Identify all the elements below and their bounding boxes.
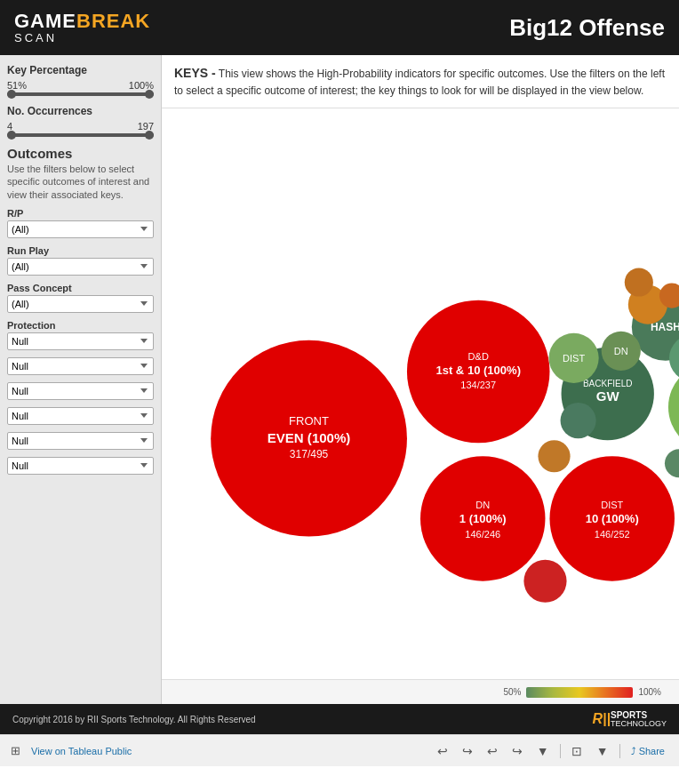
redo-btn[interactable]: ↪: [459, 742, 476, 760]
bubble-green1: [668, 363, 679, 452]
keys-label: KEYS -: [174, 66, 216, 80]
bubble-dn1-label3: 146/246: [465, 529, 500, 540]
main-content: KEYS - This view shows the High-Probabil…: [162, 55, 679, 704]
bubble-orange2: [625, 268, 653, 297]
bubble-dist10-label3: 146/252: [595, 529, 630, 540]
divider1: [560, 744, 561, 758]
key-pct-label: Key Percentage: [7, 64, 154, 76]
share-btn[interactable]: ⤴ Share: [627, 744, 668, 758]
chart-area: FRONT EVEN (100%) 317/495 D&D 1st & 10 (…: [162, 108, 679, 679]
occ-slider[interactable]: [7, 133, 154, 137]
logo-break: BREAK: [76, 10, 150, 32]
null-select-5[interactable]: Null: [7, 457, 154, 475]
null-select-2[interactable]: Null: [7, 382, 154, 400]
bubble-teal3: [665, 449, 679, 477]
null-select-3[interactable]: Null: [7, 407, 154, 425]
rp-label: R/P: [7, 208, 154, 219]
legend-low-label: 50%: [503, 687, 521, 697]
tableau-grid-icon: ⊞: [11, 744, 20, 757]
page-title: Big12 Offense: [509, 14, 665, 42]
undo-btn[interactable]: ↩: [434, 742, 451, 760]
rp-select[interactable]: (All): [7, 220, 154, 238]
footer: Copyright 2016 by RII Sports Technology.…: [0, 704, 679, 734]
footer-sports: SPORTS: [611, 710, 667, 720]
legend-bar: 50% 100%: [162, 679, 679, 704]
legend-gradient: [526, 687, 633, 698]
null-select-4[interactable]: Null: [7, 432, 154, 450]
layout-btn[interactable]: ⊡: [568, 742, 586, 760]
redo2-btn[interactable]: ↪: [508, 742, 526, 760]
bubble-dn-sm-label: DN: [614, 346, 628, 356]
bubble-dd-label3: 134/237: [460, 380, 496, 390]
tableau-bar: ⊞ View on Tableau Public ↩ ↪ ↩ ↪ ▼ ⊡ ▼ ⤴…: [0, 734, 679, 766]
protection-label: Protection: [7, 320, 154, 331]
bubble-orange3: [538, 440, 570, 472]
dropdown-btn[interactable]: ▼: [533, 742, 553, 760]
bubble-front-even-label1: FRONT: [289, 414, 329, 428]
divider2: [619, 744, 620, 758]
bubble-dist10-label2: 10 (100%): [586, 513, 639, 526]
bubble-dn1-label2: 1 (100%): [459, 513, 507, 526]
protection-select[interactable]: Null: [7, 332, 154, 350]
bubble-teal2: [561, 403, 596, 438]
keys-text: This view shows the High-Probability ind…: [174, 68, 665, 97]
copyright: Copyright 2016 by RII Sports Technology.…: [12, 715, 256, 724]
bubble-dist-sm-label: DIST: [563, 353, 585, 364]
logo-game: GAME: [14, 10, 76, 32]
occurrences-label: No. Occurrences: [7, 105, 154, 117]
bubble-dd-label1: D&D: [468, 351, 489, 362]
footer-logo: R|| SPORTS TECHNOLOGY: [592, 710, 667, 729]
bubble-chart: FRONT EVEN (100%) 317/495 D&D 1st & 10 (…: [162, 108, 679, 679]
occ-range: 4 197: [7, 121, 154, 132]
app-header: GAMEBREAK SCAN Big12 Offense: [0, 0, 679, 55]
footer-technology: TECHNOLOGY: [611, 720, 667, 729]
sidebar: Key Percentage 51% 100% No. Occurrences …: [0, 55, 162, 704]
logo-scan: SCAN: [14, 31, 150, 44]
main-layout: Key Percentage 51% 100% No. Occurrences …: [0, 55, 679, 704]
pass-concept-select[interactable]: (All): [7, 295, 154, 313]
undo2-btn[interactable]: ↩: [483, 742, 501, 760]
outcomes-title: Outcomes: [7, 146, 154, 161]
layout-dropdown-btn[interactable]: ▼: [593, 742, 612, 760]
bubble-backfield-label1: BACKFIELD: [583, 379, 633, 388]
pass-concept-label: Pass Concept: [7, 283, 154, 293]
legend-high-label: 100%: [638, 687, 661, 697]
bubble-red2: [523, 560, 566, 603]
key-pct-range: 51% 100%: [7, 80, 154, 91]
bubble-dd-label2: 1st & 10 (100%): [435, 364, 521, 377]
bubble-dist10-label1: DIST: [601, 500, 623, 510]
bubble-front-even-label3: 317/495: [290, 448, 329, 460]
run-play-label: Run Play: [7, 245, 154, 256]
footer-logo-r: R||: [592, 711, 611, 727]
key-pct-slider[interactable]: [7, 92, 154, 96]
bubble-front-even-label2: EVEN (100%): [268, 430, 351, 445]
bubble-dn1-label1: DN: [475, 500, 490, 510]
tableau-link-label: View on Tableau Public: [31, 746, 132, 756]
bubble-backfield-label2: GW: [596, 388, 620, 404]
keys-bar: KEYS - This view shows the High-Probabil…: [162, 55, 679, 108]
occ-max: 197: [138, 121, 154, 132]
tableau-link[interactable]: View on Tableau Public: [31, 746, 132, 756]
outcomes-desc: Use the filters below to select specific…: [7, 163, 154, 201]
run-play-select[interactable]: (All): [7, 258, 154, 276]
tableau-controls: ↩ ↪ ↩ ↪ ▼ ⊡ ▼ ⤴ Share: [434, 742, 668, 760]
null-select-1[interactable]: Null: [7, 357, 154, 375]
logo: GAMEBREAK SCAN: [14, 12, 150, 44]
